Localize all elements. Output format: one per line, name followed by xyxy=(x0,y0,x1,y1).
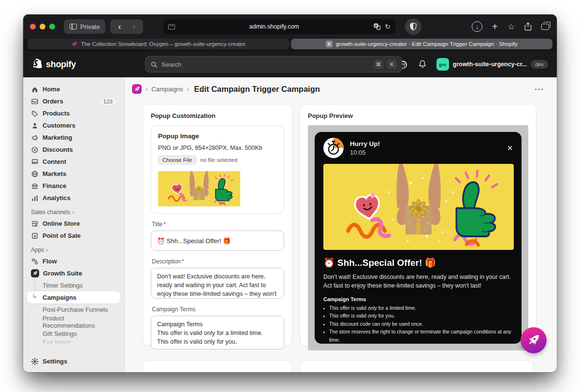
address-bar[interactable]: admin.shopify.com A ↻ xyxy=(163,19,395,34)
sidebar-item-finance[interactable]: Finance xyxy=(27,180,120,192)
sidebar-item-point-of-sale[interactable]: $ Point of Sale xyxy=(27,230,120,242)
sidebar-item-marketing[interactable]: Marketing xyxy=(27,131,120,144)
terms-item: This discount code can only be used once… xyxy=(329,320,513,328)
share-icon[interactable] xyxy=(524,22,532,31)
sidebar-item-online-store[interactable]: Online Store xyxy=(27,218,120,230)
gear-icon xyxy=(31,358,39,365)
sidebar-item-home[interactable]: Home xyxy=(27,83,120,95)
forward-button[interactable]: › xyxy=(127,19,141,34)
sidebar-item-gift-settings[interactable]: Gift Settings xyxy=(27,328,120,340)
back-button[interactable]: ‹ xyxy=(112,19,127,34)
popup-image-section: Popup Image PNG or JPG, 654×280PX, Max. … xyxy=(151,125,284,214)
url-text: admin.shopify.com xyxy=(175,23,373,30)
breadcrumb-campaigns[interactable]: Campaigns xyxy=(151,86,183,93)
tab-title: The Collection Snowboard: Oxygen – growt… xyxy=(81,41,246,47)
sidebar-item-markets[interactable]: Markets xyxy=(27,168,120,180)
partial-card xyxy=(143,360,292,372)
sidebar-item-flow[interactable]: Flow xyxy=(27,255,120,267)
tag-icon xyxy=(31,110,39,117)
shopify-topbar: shopify ⌘ K xyxy=(23,51,557,77)
store-profile-chip[interactable]: gro growth-suite-urgency-cr... dev xyxy=(436,58,548,71)
chevron-right-icon: › xyxy=(72,209,74,216)
sidebar-item-product-recommendations[interactable]: Product Recommendations xyxy=(27,316,120,328)
sidebar-item-discounts[interactable]: Discounts xyxy=(27,144,120,156)
chevron-right-icon: › xyxy=(46,247,48,253)
new-tab-button[interactable]: + xyxy=(492,22,498,31)
shopify-logo[interactable]: shopify xyxy=(32,58,76,71)
close-window-button[interactable] xyxy=(30,24,36,29)
bar-chart-icon xyxy=(31,194,39,202)
title-input[interactable] xyxy=(151,231,284,251)
sidebar-item-timer-settings[interactable]: Timer Settings xyxy=(27,279,120,291)
campaign-terms-textarea[interactable]: Campaign Terms This offer is valid only … xyxy=(151,316,284,349)
sidebar-item-settings[interactable]: Settings xyxy=(27,355,120,367)
popup-customization-card: Popup Customization Popup Image PNG or J… xyxy=(143,104,292,346)
sidebar-toggle-icon xyxy=(70,24,77,29)
campaign-app-icon[interactable] xyxy=(132,84,142,94)
translate-icon[interactable]: A xyxy=(373,23,381,30)
choose-file-button[interactable]: Choose File xyxy=(158,156,196,164)
popup-image-hint: PNG or JPG, 654×280PX, Max. 500Kb xyxy=(158,145,277,151)
offer-description: Don't wait! Exclusive discounts are here… xyxy=(323,273,513,290)
shopify-favicon: S xyxy=(326,41,333,47)
privacy-shield-button[interactable] xyxy=(405,18,421,35)
terms-field-label: Campaign Terms xyxy=(152,306,283,313)
sidebar-item-post-purchase-funnels[interactable]: Post-Purchase Funnels xyxy=(27,304,120,316)
growth-suite-fab[interactable] xyxy=(521,327,547,353)
popup-preview-card: Popup Preview Hurry Up! 10:05 × xyxy=(300,104,536,347)
sidebar-item-customers[interactable]: Customers xyxy=(27,119,120,131)
bookmark-star-button[interactable]: ☆ xyxy=(508,23,515,31)
store-name: growth-suite-urgency-cr... xyxy=(453,61,527,68)
title-field-label: Title* xyxy=(152,221,283,228)
main-content: › Campaigns › Edit Campaign Trigger Camp… xyxy=(125,77,557,372)
page-settings-icon[interactable] xyxy=(168,24,175,29)
shield-icon xyxy=(409,22,417,31)
notifications-bell-icon[interactable] xyxy=(418,59,427,69)
popup-banner-image xyxy=(323,164,514,250)
close-icon[interactable]: × xyxy=(507,143,513,153)
partial-card xyxy=(300,360,534,372)
apps-header[interactable]: Apps › xyxy=(27,242,120,255)
admin-search[interactable]: ⌘ K xyxy=(145,56,402,73)
terms-item: This offer is valid only for you. xyxy=(329,312,513,320)
sidebar-item-orders[interactable]: Orders 123 xyxy=(27,95,120,107)
popup-header: Hurry Up! 10:05 × xyxy=(315,132,522,163)
reload-icon[interactable]: ↻ xyxy=(385,23,391,30)
svg-text:$: $ xyxy=(34,233,36,238)
tab-overview-icon[interactable] xyxy=(541,24,549,30)
tab-admin[interactable]: S growth-suite-urgency-creator · Edit Ca… xyxy=(291,39,553,49)
terms-heading: Campaign Terms xyxy=(323,296,513,302)
more-actions-button[interactable]: ··· xyxy=(535,85,545,93)
shopify-wordmark: shopify xyxy=(46,59,76,70)
sales-channels-header[interactable]: Sales channels › xyxy=(27,204,120,218)
topbar-right: gro growth-suite-urgency-cr... dev xyxy=(398,58,548,71)
rocket-icon xyxy=(527,334,540,347)
countdown-value: 10:05 xyxy=(350,149,380,156)
tab-storefront[interactable]: The Collection Snowboard: Oxygen – growt… xyxy=(28,39,290,49)
cmd-key-badge: ⌘ xyxy=(374,59,383,69)
private-browsing-chip[interactable]: Private xyxy=(64,19,105,34)
required-mark: * xyxy=(163,221,166,228)
globe-icon xyxy=(31,170,39,178)
partial-cards-row xyxy=(143,360,557,372)
minimize-window-button[interactable] xyxy=(40,24,45,29)
sidebar-item-content[interactable]: Content xyxy=(27,156,120,168)
search-icon xyxy=(150,61,158,68)
orders-icon xyxy=(31,98,39,105)
search-input[interactable] xyxy=(161,61,370,68)
sidebar-item-clipped[interactable]: Exit Intent xyxy=(27,340,120,346)
popup-image-heading: Popup Image xyxy=(158,132,277,140)
screenshot-stage: Private ‹ › admin.shopify.com A ↻ xyxy=(0,0,580,392)
history-nav: ‹ › xyxy=(110,19,143,34)
zoom-window-button[interactable] xyxy=(49,24,55,29)
downloads-button[interactable]: ↓ xyxy=(472,21,482,32)
sidebar-item-campaigns[interactable]: ↳ Campaigns xyxy=(27,291,120,304)
sidebar-item-analytics[interactable]: Analytics xyxy=(27,192,120,204)
sidebar-item-products[interactable]: Products xyxy=(27,107,120,119)
sidebar-item-growth-suite[interactable]: Growth Suite xyxy=(27,267,120,279)
growth-suite-submenu: Timer Settings ↳ Campaigns Post-Purchase… xyxy=(27,279,120,346)
page-title: Edit Campaign Trigger Campaign xyxy=(194,85,319,94)
private-label: Private xyxy=(80,23,100,30)
description-textarea[interactable]: Don't wait! Exclusive discounts are here… xyxy=(151,268,284,299)
home-icon xyxy=(31,86,39,93)
